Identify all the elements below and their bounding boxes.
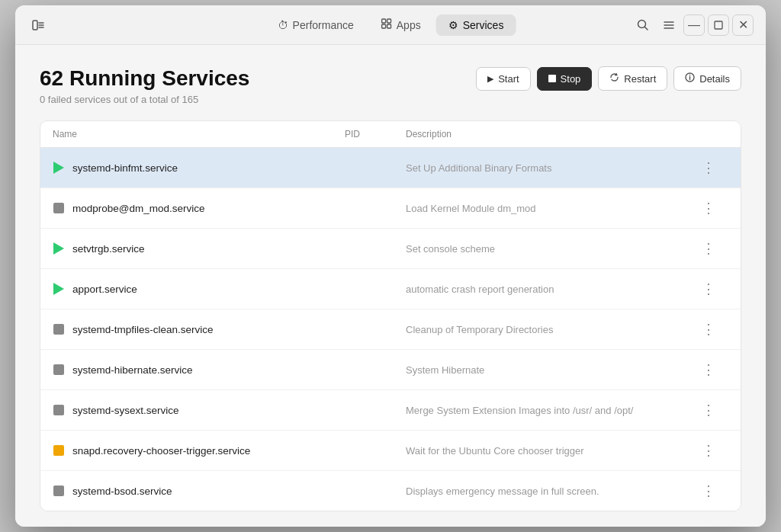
details-icon: [685, 72, 695, 85]
tab-performance[interactable]: ⏱ Performance: [265, 14, 366, 36]
svg-point-16: [689, 75, 691, 76]
service-name: systemd-bsod.service: [53, 485, 345, 497]
service-description: Cleanup of Temporary Directories: [406, 324, 698, 335]
status-stopped-icon: [53, 485, 65, 497]
row-menu-button[interactable]: ⋮: [698, 278, 719, 300]
titlebar-right: — ✕: [632, 14, 754, 37]
sidebar-toggle-button[interactable]: [27, 14, 49, 36]
restart-button[interactable]: Restart: [598, 66, 667, 91]
page-title: 62 Running Services: [40, 66, 249, 91]
service-name: systemd-tmpfiles-clean.service: [53, 323, 345, 335]
restart-label: Restart: [624, 73, 656, 85]
service-description: automatic crash report generation: [406, 284, 698, 295]
svg-line-9: [645, 27, 648, 30]
status-yellow-icon: [53, 444, 65, 457]
row-menu-button[interactable]: ⋮: [698, 157, 719, 178]
status-running-icon: [53, 162, 65, 174]
maximize-button[interactable]: [708, 14, 729, 36]
service-description: Load Kernel Module dm_mod: [406, 203, 698, 214]
tab-performance-label: Performance: [293, 19, 354, 31]
page-subtitle: 0 failed services out of a total of 165: [40, 94, 249, 105]
svg-rect-7: [387, 24, 391, 28]
svg-rect-4: [382, 19, 386, 23]
search-button[interactable]: [632, 14, 654, 37]
tab-apps-label: Apps: [397, 19, 421, 31]
start-button[interactable]: ▶ Start: [476, 67, 530, 91]
service-name: systemd-sysext.service: [53, 404, 345, 416]
action-buttons: ▶ Start Stop Restart: [476, 66, 741, 91]
performance-icon: ⏱: [278, 19, 288, 31]
status-stopped-icon: [53, 323, 65, 335]
svg-rect-5: [387, 19, 391, 23]
apps-icon: [381, 18, 392, 31]
status-running-icon: [53, 283, 65, 295]
main-window: ⏱ Performance Apps ⚙ Services: [15, 5, 766, 527]
stop-button[interactable]: Stop: [537, 67, 593, 91]
table-row[interactable]: systemd-binfmt.service Set Up Additional…: [40, 148, 741, 188]
services-icon: ⚙: [448, 19, 458, 31]
table-row[interactable]: systemd-bsod.service Displays emergency …: [40, 471, 741, 511]
row-menu-button[interactable]: ⋮: [698, 238, 719, 259]
table-row[interactable]: setvtrgb.service Set console scheme ⋮: [40, 229, 741, 269]
svg-rect-6: [382, 24, 386, 28]
row-menu-button[interactable]: ⋮: [698, 319, 719, 340]
service-description: Merge System Extension Images into /usr/…: [406, 405, 698, 416]
row-menu-button[interactable]: ⋮: [698, 197, 719, 219]
table-row[interactable]: snapd.recovery-chooser-trigger.service W…: [40, 431, 741, 471]
service-description: Set console scheme: [406, 243, 698, 255]
col-name-header: Name: [53, 129, 345, 139]
service-name: modprobe@dm_mod.service: [53, 202, 345, 214]
service-name: apport.service: [53, 283, 345, 295]
tab-apps[interactable]: Apps: [369, 14, 433, 36]
start-label: Start: [498, 73, 519, 85]
table-header: Name PID Description: [40, 121, 741, 148]
status-stopped-icon: [53, 364, 65, 376]
details-label: Details: [699, 73, 730, 85]
services-table: Name PID Description systemd-binfmt.serv…: [40, 120, 741, 511]
restart-icon: [609, 72, 619, 85]
tab-services-label: Services: [463, 19, 504, 31]
row-menu-button[interactable]: ⋮: [698, 359, 719, 380]
row-menu-button[interactable]: ⋮: [698, 440, 719, 461]
start-icon: ▶: [487, 74, 493, 84]
close-button[interactable]: ✕: [732, 14, 754, 36]
table-row[interactable]: apport.service automatic crash report ge…: [40, 269, 741, 309]
status-stopped-icon: [53, 202, 65, 214]
tab-bar: ⏱ Performance Apps ⚙ Services: [265, 14, 516, 36]
status-stopped-icon: [53, 404, 65, 416]
service-description: Displays emergency message in full scree…: [406, 486, 698, 497]
row-menu-button[interactable]: ⋮: [698, 480, 719, 502]
service-name: snapd.recovery-chooser-trigger.service: [53, 444, 345, 457]
svg-rect-13: [715, 21, 722, 29]
service-description: Wait for the Ubuntu Core chooser trigger: [406, 445, 698, 457]
content-area: 62 Running Services 0 failed services ou…: [15, 45, 766, 527]
status-running-icon: [53, 242, 65, 255]
page-title-section: 62 Running Services 0 failed services ou…: [40, 66, 249, 105]
table-row[interactable]: systemd-sysext.service Merge System Exte…: [40, 390, 741, 431]
service-name: systemd-hibernate.service: [53, 364, 345, 376]
service-description: System Hibernate: [406, 364, 698, 376]
tab-services[interactable]: ⚙ Services: [436, 14, 516, 36]
menu-button[interactable]: [657, 14, 680, 37]
details-button[interactable]: Details: [673, 66, 741, 91]
table-row[interactable]: systemd-tmpfiles-clean.service Cleanup o…: [40, 309, 741, 350]
stop-icon: [548, 73, 556, 85]
service-name: systemd-binfmt.service: [53, 162, 345, 174]
service-description: Set Up Additional Binary Formats: [406, 162, 698, 174]
titlebar: ⏱ Performance Apps ⚙ Services: [15, 5, 766, 45]
svg-rect-0: [33, 21, 37, 30]
service-name: setvtrgb.service: [53, 242, 345, 255]
col-description-header: Description: [406, 129, 698, 139]
window-controls: — ✕: [683, 14, 754, 36]
row-menu-button[interactable]: ⋮: [698, 399, 719, 421]
titlebar-left: [27, 14, 49, 36]
minimize-button[interactable]: —: [683, 14, 705, 36]
table-row[interactable]: systemd-hibernate.service System Hiberna…: [40, 350, 741, 390]
col-pid-header: PID: [345, 129, 406, 139]
stop-label: Stop: [561, 73, 581, 85]
table-row[interactable]: modprobe@dm_mod.service Load Kernel Modu…: [40, 188, 741, 229]
page-header: 62 Running Services 0 failed services ou…: [40, 66, 741, 105]
